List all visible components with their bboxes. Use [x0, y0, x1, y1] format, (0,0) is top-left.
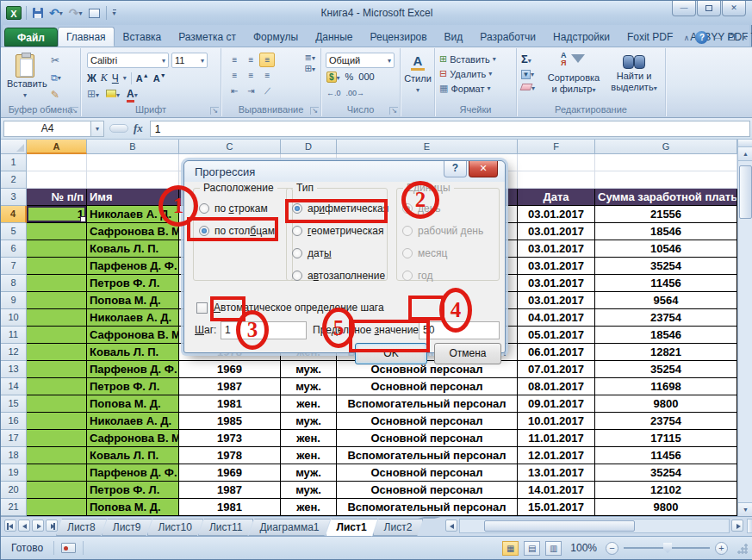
cell-F17[interactable]: 11.01.2017 — [518, 430, 595, 447]
zoom-level[interactable]: 100% — [570, 542, 597, 554]
cell-A17[interactable] — [27, 430, 87, 447]
row-header-16[interactable]: 16 — [1, 413, 27, 430]
format-painter-button[interactable]: ✎ — [49, 88, 63, 102]
cell-B12[interactable]: Коваль Л. П. — [87, 344, 179, 361]
cell-G8[interactable]: 11456 — [595, 275, 737, 292]
cell-A1[interactable] — [27, 154, 87, 171]
cell-G10[interactable]: 23754 — [595, 309, 737, 327]
redo-button[interactable]: ↷▾ — [67, 5, 84, 21]
cell-B2[interactable] — [87, 171, 179, 189]
row-header-7[interactable]: 7 — [1, 258, 27, 275]
first-sheet-button[interactable] — [4, 520, 16, 532]
cell-C18[interactable]: 1978 — [179, 447, 281, 464]
row-header-14[interactable]: 14 — [1, 378, 27, 395]
align-middle-button[interactable]: ≡ — [243, 53, 258, 67]
cell-E14[interactable]: Основной персонал — [337, 378, 518, 395]
row-header-1[interactable]: 1 — [1, 154, 27, 171]
row-header-20[interactable]: 20 — [1, 482, 27, 499]
scroll-down-icon[interactable]: ▼ — [738, 502, 752, 516]
autosum-button[interactable]: Σ▾ — [521, 53, 535, 65]
help-icon[interactable]: ? — [695, 31, 708, 44]
tab-Разметка ст[interactable]: Разметка ст — [170, 27, 245, 47]
wrap-text-button[interactable]: ≣▾ — [305, 53, 315, 62]
column-header-E[interactable]: E — [337, 140, 518, 154]
font-color-button[interactable]: А▾ — [127, 88, 138, 100]
cell-A19[interactable] — [27, 464, 87, 482]
cell-E20[interactable]: Основной персонал — [337, 482, 518, 499]
copy-button[interactable]: ⧉▾ — [49, 71, 63, 84]
decrease-indent-button[interactable]: ⇤ — [227, 84, 242, 98]
column-header-F[interactable]: F — [518, 140, 595, 154]
tab-scroll-left-button[interactable] — [445, 520, 457, 532]
row-header-17[interactable]: 17 — [1, 430, 27, 447]
cell-D20[interactable]: муж. — [281, 482, 337, 499]
font-family-select[interactable]: Calibri▾ — [87, 53, 169, 68]
underline-button[interactable]: Ч — [112, 72, 119, 84]
cell-F12[interactable]: 06.01.2017 — [518, 344, 595, 361]
cell-F21[interactable]: 15.01.2017 — [518, 499, 595, 516]
cell-B3[interactable]: Имя — [87, 189, 179, 206]
cell-F16[interactable]: 10.01.2017 — [518, 413, 595, 430]
row-header-19[interactable]: 19 — [1, 464, 27, 482]
sheet-tab-Лист11[interactable]: Лист11 — [198, 519, 254, 536]
cell-D16[interactable]: муж. — [281, 413, 337, 430]
tab-Главная[interactable]: Главная — [58, 27, 115, 47]
minimize-button[interactable]: — — [672, 1, 696, 16]
cell-B1[interactable] — [87, 154, 179, 171]
row-header-6[interactable]: 6 — [1, 240, 27, 258]
bold-button[interactable]: Ж — [87, 72, 96, 84]
cell-B16[interactable]: Николаев А. Д. — [87, 413, 179, 430]
cell-B20[interactable]: Петров Ф. Л. — [87, 482, 179, 499]
clear-button[interactable]: ▾ — [521, 82, 535, 92]
cell-C15[interactable]: 1981 — [179, 395, 281, 413]
cell-F15[interactable]: 09.01.2017 — [518, 395, 595, 413]
cell-F18[interactable]: 12.01.2017 — [518, 447, 595, 464]
cell-A7[interactable] — [27, 258, 87, 275]
cell-F20[interactable]: 14.01.2017 — [518, 482, 595, 499]
split-handle[interactable] — [738, 140, 752, 147]
cell-G2[interactable] — [595, 171, 737, 189]
row-header-9[interactable]: 9 — [1, 292, 27, 309]
restore-button[interactable] — [697, 1, 721, 16]
merge-center-button[interactable]: ⊞▾ — [305, 64, 315, 73]
cell-B8[interactable]: Петров Ф. Л. — [87, 275, 179, 292]
number-format-select[interactable]: Общий▾ — [326, 53, 395, 68]
radio-арифметическая[interactable]: арифметическая — [292, 197, 385, 220]
select-all-corner[interactable] — [1, 140, 27, 154]
increase-indent-button[interactable]: ⇥ — [243, 84, 258, 98]
cell-C16[interactable]: 1985 — [179, 413, 281, 430]
row-header-8[interactable]: 8 — [1, 275, 27, 292]
cell-F1[interactable] — [518, 154, 595, 171]
cancel-button[interactable]: Отмена — [434, 343, 501, 364]
cell-B13[interactable]: Парфенов Д. Ф. — [87, 361, 179, 378]
cell-F9[interactable]: 03.01.2017 — [518, 292, 595, 309]
cell-G4[interactable]: 21556 — [595, 206, 737, 223]
column-header-B[interactable]: B — [87, 140, 179, 154]
scroll-up-icon[interactable]: ▲ — [738, 147, 752, 161]
undo-button[interactable]: ↶▾ — [47, 5, 65, 21]
align-right-button[interactable]: ≡ — [259, 68, 275, 83]
cell-B14[interactable]: Петров Ф. Л. — [87, 378, 179, 395]
cell-F11[interactable]: 05.01.2017 — [518, 327, 595, 344]
orientation-button[interactable]: ⟋ — [259, 84, 275, 98]
cell-G15[interactable]: 9800 — [595, 395, 737, 413]
cell-A8[interactable] — [27, 275, 87, 292]
horizontal-scrollbar[interactable] — [459, 519, 730, 533]
cell-B11[interactable]: Сафронова В. М. — [87, 327, 179, 344]
limit-input[interactable]: 50 — [419, 321, 500, 339]
page-break-view-button[interactable]: ▥ — [545, 541, 562, 556]
cell-B5[interactable]: Сафронова В. М. — [87, 223, 179, 240]
column-header-C[interactable]: C — [179, 140, 281, 154]
row-header-15[interactable]: 15 — [1, 395, 27, 413]
row-header-2[interactable]: 2 — [1, 171, 27, 189]
cell-C21[interactable]: 1981 — [179, 499, 281, 516]
cell-B7[interactable]: Парфенов Д. Ф. — [87, 258, 179, 275]
scrollbar-thumb[interactable] — [484, 520, 635, 532]
touch-mode-button[interactable] — [87, 5, 102, 21]
row-header-3[interactable]: 3 — [1, 189, 27, 206]
row-header-18[interactable]: 18 — [1, 447, 27, 464]
align-center-button[interactable]: ≡ — [243, 68, 258, 83]
cell-F19[interactable]: 13.01.2017 — [518, 464, 595, 482]
sheet-tab-Диаграмма1[interactable]: Диаграмма1 — [248, 519, 330, 536]
cell-B21[interactable]: Попова М. Д. — [87, 499, 179, 516]
